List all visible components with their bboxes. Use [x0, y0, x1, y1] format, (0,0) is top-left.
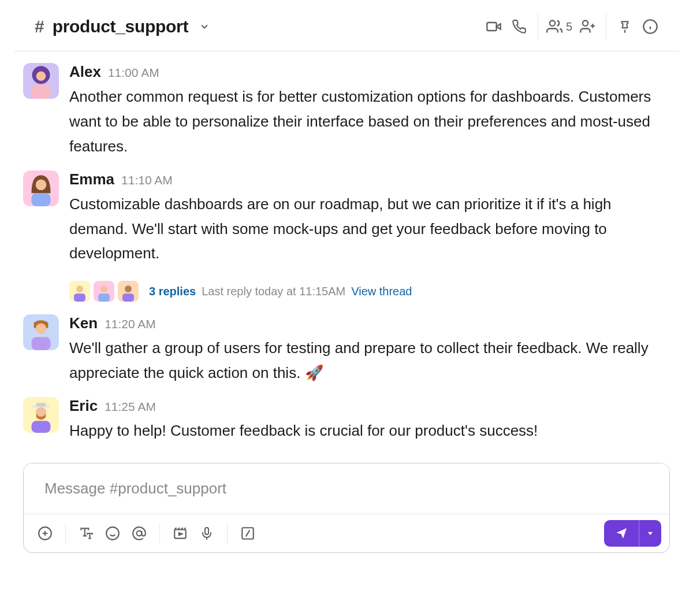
- member-count: 5: [566, 20, 572, 34]
- divider: [606, 14, 606, 39]
- composer-toolbar: [24, 514, 669, 552]
- thread-summary[interactable]: 3 replies Last reply today at 11:15AM Vi…: [14, 272, 679, 309]
- avatar[interactable]: [23, 63, 59, 99]
- svg-point-17: [76, 285, 83, 292]
- message-author[interactable]: Eric: [69, 397, 98, 415]
- svg-rect-15: [31, 193, 50, 206]
- message-timestamp: 11:25 AM: [105, 400, 156, 414]
- divider: [538, 14, 538, 39]
- add-member-icon[interactable]: [575, 14, 600, 39]
- avatar[interactable]: [23, 314, 59, 350]
- message-text: Happy to help! Customer feedback is cruc…: [69, 418, 658, 443]
- svg-marker-44: [179, 533, 182, 535]
- divider: [65, 523, 66, 544]
- divider: [159, 523, 160, 544]
- svg-rect-12: [31, 84, 50, 99]
- message-timestamp: 11:20 AM: [105, 317, 156, 331]
- message-timestamp: 11:00 AM: [108, 66, 159, 80]
- message: Ken 11:20 AM We'll gather a group of use…: [14, 309, 679, 391]
- svg-rect-21: [98, 294, 110, 302]
- message-timestamp: 11:10 AM: [121, 173, 173, 187]
- members-button[interactable]: 5: [544, 18, 575, 35]
- svg-line-48: [246, 530, 250, 537]
- view-thread-link[interactable]: View thread: [351, 285, 412, 298]
- add-attachment-icon[interactable]: [32, 520, 58, 547]
- svg-rect-18: [74, 294, 85, 302]
- svg-point-39: [106, 527, 119, 540]
- avatar-small: [118, 281, 139, 302]
- hash-icon: #: [35, 18, 44, 35]
- thread-avatars: [69, 281, 139, 302]
- thread-reply-count[interactable]: 3 replies: [149, 285, 196, 298]
- message-text: Customizable dashboards are on our roadm…: [69, 192, 658, 266]
- svg-marker-49: [648, 532, 653, 535]
- channel-title-button[interactable]: # product_support: [35, 17, 210, 36]
- svg-rect-0: [487, 23, 496, 31]
- divider: [227, 523, 228, 544]
- avatar-small: [69, 281, 90, 302]
- svg-point-42: [137, 531, 142, 536]
- header-actions: 5: [481, 14, 663, 39]
- svg-rect-24: [122, 294, 134, 302]
- message-input[interactable]: [24, 463, 669, 514]
- channel-header: # product_support 5: [14, 0, 679, 51]
- svg-point-2: [550, 21, 555, 26]
- svg-point-11: [36, 71, 46, 81]
- info-icon[interactable]: [638, 14, 663, 39]
- message: Emma 11:10 AM Customizable dashboards ar…: [14, 165, 679, 272]
- svg-rect-45: [205, 528, 208, 535]
- svg-rect-31: [31, 421, 50, 433]
- video-call-icon[interactable]: [481, 14, 506, 39]
- message-author[interactable]: Ken: [69, 314, 98, 332]
- svg-point-14: [36, 179, 47, 190]
- svg-rect-27: [31, 337, 50, 351]
- thread-last-reply: Last reply today at 11:15AM: [202, 285, 345, 298]
- slash-command-icon[interactable]: [234, 520, 261, 547]
- emoji-icon[interactable]: [99, 520, 126, 547]
- avatar[interactable]: [23, 170, 59, 206]
- chevron-down-icon: [199, 21, 210, 32]
- message: Alex 11:00 AM Another common request is …: [14, 57, 679, 165]
- message-author[interactable]: Emma: [69, 170, 114, 188]
- message-list: Alex 11:00 AM Another common request is …: [14, 51, 679, 449]
- message-text: Another common request is for better cus…: [69, 84, 658, 159]
- svg-point-3: [583, 21, 588, 26]
- svg-point-23: [125, 285, 132, 292]
- send-icon[interactable]: [604, 520, 639, 547]
- svg-rect-29: [36, 403, 46, 406]
- microphone-icon[interactable]: [193, 520, 220, 547]
- video-clip-icon[interactable]: [167, 520, 193, 547]
- channel-name: product_support: [53, 17, 189, 36]
- avatar-small: [94, 281, 114, 302]
- formatting-icon[interactable]: [73, 520, 99, 547]
- avatar[interactable]: [23, 397, 59, 433]
- message-author[interactable]: Alex: [69, 63, 101, 81]
- send-options-icon[interactable]: [639, 520, 661, 547]
- composer: [14, 463, 679, 562]
- mention-icon[interactable]: [126, 520, 152, 547]
- svg-point-26: [36, 324, 47, 335]
- message: Eric 11:25 AM Happy to help! Customer fe…: [14, 391, 679, 449]
- send-button[interactable]: [604, 520, 661, 547]
- phone-call-icon[interactable]: [506, 14, 532, 39]
- svg-point-20: [100, 285, 107, 292]
- pin-icon[interactable]: [612, 14, 638, 39]
- message-text: We'll gather a group of users for testin…: [69, 336, 658, 385]
